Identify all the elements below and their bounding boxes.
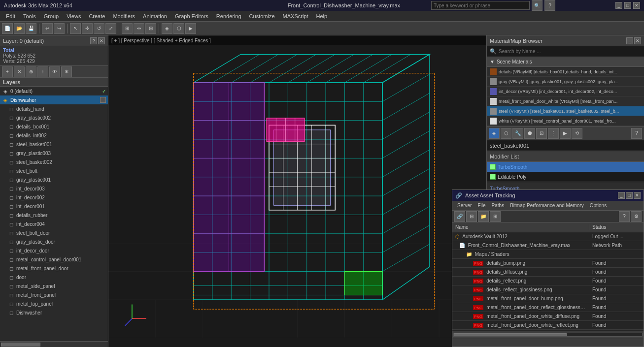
mat-item-int-decor[interactable]: int_decor (VRayMtl) [int_decor001, int_d… <box>487 87 644 96</box>
scale-button[interactable]: ⤢ <box>105 23 116 34</box>
mirror-button[interactable]: ⇔ <box>134 23 144 34</box>
layer-item-details-hand[interactable]: ◻ details_hand <box>0 104 108 113</box>
layer-list[interactable]: ◈ 0 (default) ✓ ◈ Dishwasher ◻ details_h… <box>0 87 108 341</box>
at-scrollbar-track[interactable] <box>453 333 643 337</box>
layer-item-metal-front-door[interactable]: ◻ metal_front_panel_door <box>0 264 108 273</box>
at-menu-server[interactable]: Server <box>454 202 475 209</box>
at-row-details-diffuse[interactable]: PNG details_diffuse.png Found <box>452 268 644 277</box>
layer-item-details-box001[interactable]: ◻ details_box001 <box>0 122 108 131</box>
layer-item-0-default[interactable]: ◈ 0 (default) ✓ <box>0 87 108 95</box>
at-tb-btn1[interactable]: 🔗 <box>454 211 465 222</box>
layer-scrollbar[interactable] <box>0 341 108 347</box>
layer-new-button[interactable]: + <box>2 66 13 77</box>
menu-views[interactable]: Views <box>63 12 85 20</box>
menu-create[interactable]: Create <box>85 12 109 20</box>
at-menu-options[interactable]: Options <box>587 202 610 209</box>
at-tb-btn3[interactable]: 📁 <box>478 211 489 222</box>
close-button[interactable]: ✕ <box>633 2 640 9</box>
mat-search-input[interactable] <box>499 49 641 54</box>
at-tb-btn2[interactable]: ⊟ <box>466 211 477 222</box>
layer-item-details-int002[interactable]: ◻ details_int002 <box>0 131 108 140</box>
mod-icon7[interactable]: ▶ <box>560 128 571 139</box>
undo-button[interactable]: ↩ <box>42 23 53 34</box>
layer-scrollbar-thumb[interactable] <box>1 343 40 347</box>
layer-item-int-decor002[interactable]: ◻ int_decor002 <box>0 193 108 202</box>
at-menu-paths[interactable]: Paths <box>489 202 508 209</box>
menu-tools[interactable]: Tools <box>19 12 40 20</box>
mod-icon1[interactable]: ◈ <box>489 128 500 139</box>
at-row-details-reflect-gloss[interactable]: PNG details_reflect_glossiness.png Found <box>452 285 644 294</box>
layer-item-metal-control[interactable]: ◻ metal_control_panel_door001 <box>0 255 108 264</box>
panel-help-button[interactable]: ? <box>90 37 97 44</box>
layer-item-details-rubber[interactable]: ◻ details_rubber <box>0 211 108 220</box>
at-maximize-button[interactable]: □ <box>626 192 633 199</box>
open-button[interactable]: 📂 <box>14 23 25 34</box>
render-setup-button[interactable]: ⬡ <box>173 23 184 34</box>
menu-maxscript[interactable]: MAXScript <box>279 12 312 20</box>
mod-icon6[interactable]: ⋮ <box>548 128 559 139</box>
help-button[interactable]: ? <box>544 0 555 11</box>
at-row-maps[interactable]: 📁 Maps / Shaders <box>452 250 644 259</box>
at-tb-btn4[interactable]: ⊞ <box>490 211 501 222</box>
menu-group[interactable]: Group <box>40 12 63 20</box>
layer-item-gray-plastic-door[interactable]: ◻ gray_plastic_door <box>0 237 108 246</box>
at-tb-help[interactable]: ? <box>619 211 630 222</box>
menu-rendering[interactable]: Rendering <box>212 12 245 20</box>
at-row-details-bump[interactable]: PNG details_bump.png Found <box>452 259 644 268</box>
at-menu-bitmap-perf[interactable]: Bitmap Performance and Memory <box>507 202 587 209</box>
layer-item-steel-bolt[interactable]: ◻ steel_bolt <box>0 166 108 175</box>
mod-help-button[interactable]: ? <box>631 128 642 139</box>
minimize-button[interactable]: _ <box>615 2 622 9</box>
move-button[interactable]: ✛ <box>82 23 93 34</box>
layer-item-steel-bolt-door[interactable]: ◻ steel_bolt_door <box>0 228 108 237</box>
mod-icon4[interactable]: ⬟ <box>524 128 535 139</box>
layer-item-int-decor001[interactable]: ◻ int_decor001 <box>0 202 108 211</box>
at-row-metal-bump[interactable]: PNG metal_front_panel_door_bump.png Foun… <box>452 294 644 303</box>
at-row-details-reflect[interactable]: PNG details_reflect.png Found <box>452 277 644 285</box>
layer-add-button[interactable]: ⊕ <box>26 66 36 77</box>
menu-modifiers[interactable]: Modifiers <box>109 12 139 20</box>
layer-item-metal-top[interactable]: ◻ metal_top_panel <box>0 299 108 308</box>
layer-item-gray-plastic002[interactable]: ◻ gray_plastic002 <box>0 113 108 122</box>
at-row-vault[interactable]: ⬡ Autodesk Vault 2012 Logged Out ... <box>452 232 644 241</box>
layer-freeze-button[interactable]: ❄ <box>61 66 72 77</box>
at-scrollbar-thumb[interactable] <box>454 333 567 336</box>
save-button[interactable]: 💾 <box>26 23 36 34</box>
at-minimize-button[interactable]: _ <box>618 192 625 199</box>
snap-button[interactable]: ⊞ <box>122 23 133 34</box>
layer-item-door[interactable]: ◻ door <box>0 273 108 282</box>
menu-help[interactable]: Help <box>312 12 332 20</box>
at-menu-file[interactable]: File <box>475 202 488 209</box>
menu-graph-editors[interactable]: Graph Editors <box>171 12 212 20</box>
layer-item-dishwasher[interactable]: ◈ Dishwasher <box>0 95 108 104</box>
panel-close-button[interactable]: ✕ <box>98 37 105 44</box>
maximize-button[interactable]: □ <box>624 2 631 9</box>
render-button[interactable]: ▶ <box>185 23 196 34</box>
menu-edit[interactable]: Edit <box>2 12 19 20</box>
redo-button[interactable]: ↪ <box>54 23 65 34</box>
mod-icon5[interactable]: ⊡ <box>536 128 547 139</box>
at-row-metal-white-diffuse[interactable]: PNG metal_front_panel_door_white_diffuse… <box>452 312 644 321</box>
at-row-file[interactable]: 📄 Front_Control_Dishwasher_Machine_vray.… <box>452 241 644 250</box>
mat-browser-min-button[interactable]: _ <box>626 37 633 44</box>
mat-item-details[interactable]: details (VRayMtl) [details_box001,detail… <box>487 67 644 77</box>
new-button[interactable]: 📄 <box>2 23 13 34</box>
layer-item-metal-side[interactable]: ◻ metal_side_panel <box>0 282 108 290</box>
mod-icon3[interactable]: 🔧 <box>512 128 523 139</box>
at-tb-settings[interactable]: ⚙ <box>631 211 642 222</box>
menu-customize[interactable]: Customize <box>245 12 279 20</box>
layer-item-int-decor004[interactable]: ◻ int_decor004 <box>0 220 108 228</box>
modifier-item-turbosmooth[interactable]: TurboSmooth <box>487 162 644 172</box>
menu-animation[interactable]: Animation <box>139 12 171 20</box>
mod-icon8[interactable]: ⟲ <box>572 128 582 139</box>
at-scroll-area[interactable]: ⬡ Autodesk Vault 2012 Logged Out ... 📄 F… <box>452 232 644 331</box>
layer-delete-button[interactable]: ✕ <box>14 66 25 77</box>
layer-item-metal-front[interactable]: ◻ metal_front_panel <box>0 290 108 299</box>
search-button[interactable]: 🔍 <box>532 0 542 11</box>
layer-item-steel-basket001[interactable]: ◻ steel_basket001 <box>0 140 108 149</box>
at-close-button[interactable]: ✕ <box>634 192 641 199</box>
layer-item-steel-basket002[interactable]: ◻ steel_basket002 <box>0 158 108 166</box>
keyword-search-input[interactable] <box>431 1 530 10</box>
mod-icon2[interactable]: ⬡ <box>501 128 511 139</box>
layer-item-int-decor003[interactable]: ◻ int_decor003 <box>0 184 108 193</box>
